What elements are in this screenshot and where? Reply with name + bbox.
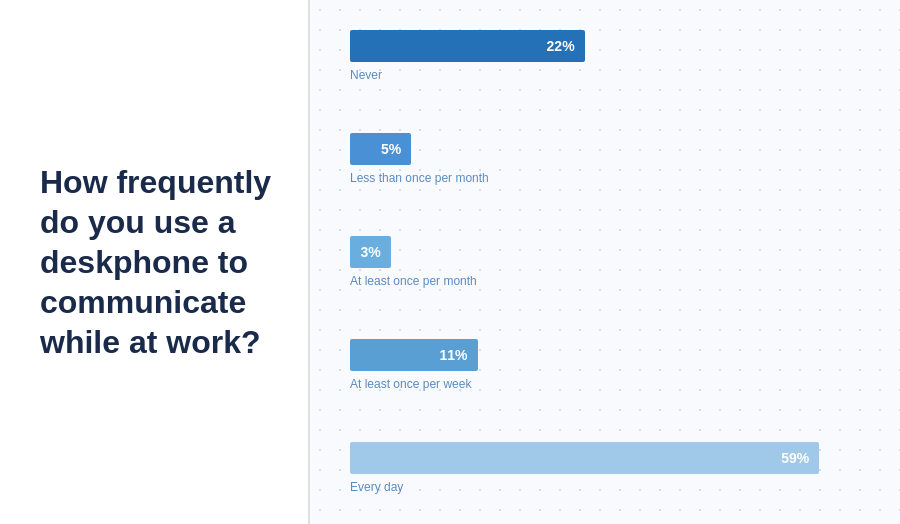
bar-percentage-label: 11% [439,347,467,363]
bar-percentage-label: 22% [547,38,575,54]
question-title: How frequently do you use a deskphone to… [40,162,278,362]
left-panel: How frequently do you use a deskphone to… [0,0,310,524]
category-label: Every day [350,480,860,494]
category-label: Never [350,68,860,82]
bar-percentage-label: 59% [781,450,809,466]
chart-item: 3%At least once per month [350,236,860,288]
chart-item: 5%Less than once per month [350,133,860,185]
bar-container: 11% [350,339,860,371]
chart-panel: 22%Never5%Less than once per month3%At l… [310,0,900,524]
bar-percentage-label: 5% [381,141,401,157]
bar: 11% [350,339,478,371]
bar-container: 22% [350,30,860,62]
bar: 5% [350,133,411,165]
bar: 59% [350,442,819,474]
bar: 22% [350,30,585,62]
chart-item: 22%Never [350,30,860,82]
chart-item: 11%At least once per week [350,339,860,391]
category-label: Less than once per month [350,171,860,185]
chart-item: 59%Every day [350,442,860,494]
category-label: At least once per week [350,377,860,391]
bar-container: 3% [350,236,860,268]
bar-container: 59% [350,442,860,474]
bar: 3% [350,236,391,268]
bar-container: 5% [350,133,860,165]
category-label: At least once per month [350,274,860,288]
bar-percentage-label: 3% [361,244,381,260]
